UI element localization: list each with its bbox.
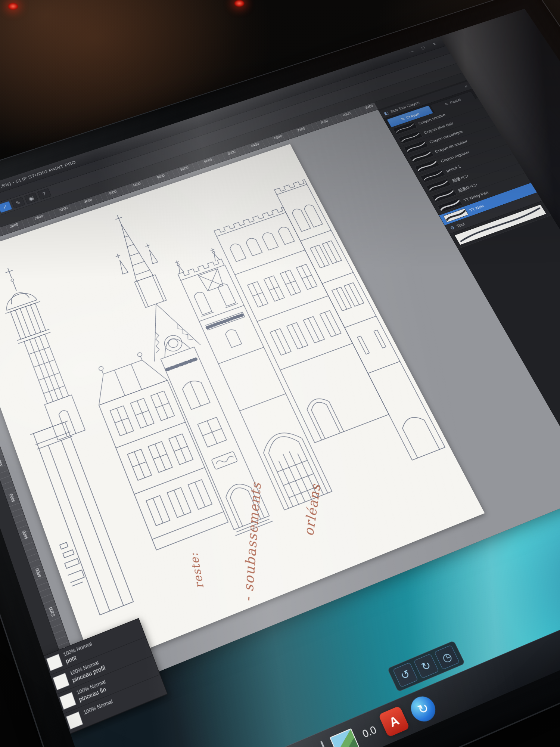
ruler-label: 5200 [48, 607, 56, 617]
tool-palette-title: Tool [455, 221, 465, 228]
quick-access-button[interactable]: ◷ [434, 645, 460, 670]
window-control-button[interactable]: ▢ [416, 43, 430, 52]
subtool-label: TT Nois [469, 204, 485, 213]
ruler-label: 8400 [365, 104, 374, 109]
ruler-label: 3600 [0, 458, 3, 467]
tool-palette-icon: ⚙ [449, 225, 455, 231]
ruler-label: 4800 [156, 174, 165, 179]
sketch-mansard-house [86, 348, 228, 550]
red-led-light [8, 3, 18, 10]
pencil-icon: ✎ [400, 117, 406, 121]
ruler-label: 7200 [296, 127, 305, 132]
ruler-label: 2400 [9, 223, 19, 229]
ruler-label: 7600 [320, 119, 329, 125]
subtool-label: pencil 1 [445, 164, 461, 173]
toolbar-button[interactable]: ? [37, 188, 51, 200]
palette-icon: ◧ [383, 111, 389, 116]
acrobat-icon[interactable]: A [378, 706, 410, 737]
ruler-label: 6400 [251, 142, 260, 148]
quick-access-button[interactable]: ↺ [393, 662, 419, 687]
toolbar-button[interactable]: ▣ [24, 192, 38, 204]
taskbar-separator [320, 741, 330, 747]
ruler-label: 5200 [180, 165, 189, 171]
ruler-label: 5600 [203, 158, 213, 163]
layer-thumbnail [46, 654, 63, 671]
ruler-label: 8000 [342, 111, 351, 117]
window-control-button[interactable]: — [405, 47, 419, 56]
ruler-label: 6800 [274, 134, 283, 140]
ruler-label: 6000 [227, 150, 236, 155]
layer-thumbnail [59, 692, 77, 710]
red-led-light [234, 0, 244, 7]
window-control-button[interactable]: ✕ [428, 39, 442, 48]
quick-access-button[interactable]: ↻ [413, 654, 439, 679]
ruler-label: 4000 [108, 190, 117, 196]
toolbar-button[interactable]: ✎ [11, 197, 25, 209]
pencil-icon: ✎ [444, 102, 449, 106]
ruler-label: 3600 [83, 198, 93, 204]
layer-thumbnail [66, 712, 83, 729]
layer-thumbnail [53, 673, 69, 690]
image-viewer-icon[interactable] [329, 728, 360, 747]
toolbar-button[interactable]: ✓ [0, 201, 12, 213]
pen-rotation-value: 0.0 [360, 723, 378, 740]
photo-scene: design LNL* (8480 x 6923px 300dpi 12.5%)… [0, 0, 560, 747]
ruler-label: 4000 [9, 493, 16, 503]
sketch-castle-facade [206, 180, 445, 490]
sync-icon[interactable]: ↻ [407, 692, 440, 725]
ruler-label: 4800 [35, 568, 43, 578]
ruler-label: 3200 [59, 206, 68, 212]
palette-menu-icon[interactable]: ≡ [464, 84, 468, 89]
ruler-label: 4400 [132, 182, 141, 187]
ruler-label: 4400 [21, 530, 29, 540]
ruler-label: 2800 [34, 214, 44, 220]
